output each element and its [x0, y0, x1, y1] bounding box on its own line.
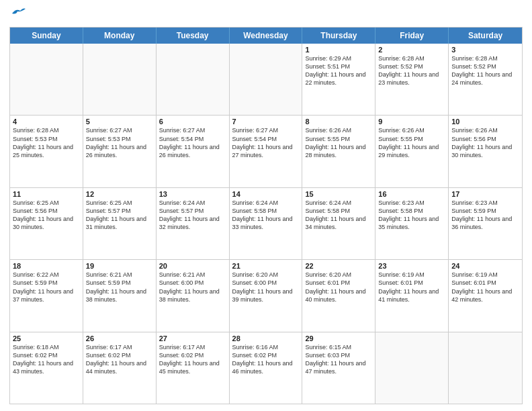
cal-cell: [10, 44, 83, 115]
week-row-4: 25Sunrise: 6:18 AM Sunset: 6:02 PM Dayli…: [10, 332, 522, 404]
day-number: 1: [305, 46, 372, 54]
sun-info: Sunrise: 6:19 AM Sunset: 6:01 PM Dayligh…: [451, 271, 519, 304]
cal-cell: [449, 332, 522, 404]
cal-cell: 12Sunrise: 6:25 AM Sunset: 5:57 PM Dayli…: [83, 188, 157, 259]
day-number: 7: [232, 118, 300, 126]
calendar-header: SundayMondayTuesdayWednesdayThursdayFrid…: [10, 28, 522, 44]
sun-info: Sunrise: 6:25 AM Sunset: 5:57 PM Dayligh…: [86, 199, 153, 232]
cal-cell: 16Sunrise: 6:23 AM Sunset: 5:58 PM Dayli…: [375, 188, 449, 259]
sun-info: Sunrise: 6:22 AM Sunset: 5:59 PM Dayligh…: [13, 271, 80, 304]
cal-cell: [157, 44, 230, 115]
week-row-0: 1Sunrise: 6:29 AM Sunset: 5:51 PM Daylig…: [10, 44, 522, 115]
header-saturday: Saturday: [449, 28, 522, 44]
day-number: 2: [378, 46, 445, 54]
day-number: 29: [305, 334, 372, 342]
cal-cell: 17Sunrise: 6:23 AM Sunset: 5:59 PM Dayli…: [449, 188, 522, 259]
sun-info: Sunrise: 6:27 AM Sunset: 5:54 PM Dayligh…: [232, 126, 300, 159]
sun-info: Sunrise: 6:28 AM Sunset: 5:52 PM Dayligh…: [451, 54, 519, 87]
day-number: 27: [159, 334, 226, 342]
cal-cell: [375, 332, 449, 404]
calendar-body: 1Sunrise: 6:29 AM Sunset: 5:51 PM Daylig…: [10, 44, 522, 404]
cal-cell: 19Sunrise: 6:21 AM Sunset: 5:59 PM Dayli…: [83, 260, 157, 331]
day-number: 3: [451, 46, 519, 54]
header-friday: Friday: [375, 28, 449, 44]
cal-cell: 3Sunrise: 6:28 AM Sunset: 5:52 PM Daylig…: [449, 44, 522, 115]
cal-cell: 26Sunrise: 6:17 AM Sunset: 6:02 PM Dayli…: [83, 332, 157, 404]
sun-info: Sunrise: 6:26 AM Sunset: 5:55 PM Dayligh…: [305, 126, 372, 159]
cal-cell: 7Sunrise: 6:27 AM Sunset: 5:54 PM Daylig…: [230, 116, 303, 187]
page: SundayMondayTuesdayWednesdayThursdayFrid…: [0, 0, 532, 411]
day-number: 20: [159, 262, 226, 270]
sun-info: Sunrise: 6:17 AM Sunset: 6:02 PM Dayligh…: [86, 343, 153, 376]
sun-info: Sunrise: 6:20 AM Sunset: 6:00 PM Dayligh…: [232, 271, 300, 304]
cal-cell: 14Sunrise: 6:24 AM Sunset: 5:58 PM Dayli…: [230, 188, 303, 259]
day-number: 21: [232, 262, 300, 270]
cal-cell: 28Sunrise: 6:16 AM Sunset: 6:02 PM Dayli…: [230, 332, 303, 404]
day-number: 11: [13, 190, 80, 198]
header-wednesday: Wednesday: [230, 28, 303, 44]
sun-info: Sunrise: 6:27 AM Sunset: 5:53 PM Dayligh…: [86, 126, 153, 159]
sun-info: Sunrise: 6:26 AM Sunset: 5:55 PM Dayligh…: [378, 126, 445, 159]
cal-cell: 9Sunrise: 6:26 AM Sunset: 5:55 PM Daylig…: [375, 116, 449, 187]
sun-info: Sunrise: 6:21 AM Sunset: 5:59 PM Dayligh…: [86, 271, 153, 304]
sun-info: Sunrise: 6:19 AM Sunset: 6:01 PM Dayligh…: [378, 271, 445, 304]
sun-info: Sunrise: 6:21 AM Sunset: 6:00 PM Dayligh…: [159, 271, 226, 304]
day-number: 26: [86, 334, 153, 342]
cal-cell: 29Sunrise: 6:15 AM Sunset: 6:03 PM Dayli…: [302, 332, 375, 404]
day-number: 4: [13, 118, 80, 126]
sun-info: Sunrise: 6:28 AM Sunset: 5:53 PM Dayligh…: [13, 126, 80, 159]
day-number: 19: [86, 262, 153, 270]
sun-info: Sunrise: 6:23 AM Sunset: 5:58 PM Dayligh…: [378, 199, 445, 232]
cal-cell: 2Sunrise: 6:28 AM Sunset: 5:52 PM Daylig…: [375, 44, 449, 115]
cal-cell: [230, 44, 303, 115]
cal-cell: 23Sunrise: 6:19 AM Sunset: 6:01 PM Dayli…: [375, 260, 449, 331]
day-number: 13: [159, 190, 226, 198]
logo-bird-icon: [11, 7, 26, 19]
cal-cell: 5Sunrise: 6:27 AM Sunset: 5:53 PM Daylig…: [83, 116, 157, 187]
sun-info: Sunrise: 6:27 AM Sunset: 5:54 PM Dayligh…: [159, 126, 226, 159]
day-number: 14: [232, 190, 300, 198]
cal-cell: 18Sunrise: 6:22 AM Sunset: 5:59 PM Dayli…: [10, 260, 83, 331]
cal-cell: [83, 44, 157, 115]
week-row-3: 18Sunrise: 6:22 AM Sunset: 5:59 PM Dayli…: [10, 259, 522, 331]
header: [9, 7, 523, 23]
cal-cell: 20Sunrise: 6:21 AM Sunset: 6:00 PM Dayli…: [157, 260, 230, 331]
day-number: 22: [305, 262, 372, 270]
day-number: 9: [378, 118, 445, 126]
cal-cell: 22Sunrise: 6:20 AM Sunset: 6:01 PM Dayli…: [302, 260, 375, 331]
day-number: 15: [305, 190, 372, 198]
cal-cell: 25Sunrise: 6:18 AM Sunset: 6:02 PM Dayli…: [10, 332, 83, 404]
cal-cell: 6Sunrise: 6:27 AM Sunset: 5:54 PM Daylig…: [157, 116, 230, 187]
day-number: 17: [451, 190, 519, 198]
day-number: 28: [232, 334, 300, 342]
day-number: 18: [13, 262, 80, 270]
header-tuesday: Tuesday: [157, 28, 230, 44]
calendar: SundayMondayTuesdayWednesdayThursdayFrid…: [9, 27, 523, 404]
sun-info: Sunrise: 6:24 AM Sunset: 5:57 PM Dayligh…: [159, 199, 226, 232]
sun-info: Sunrise: 6:29 AM Sunset: 5:51 PM Dayligh…: [305, 54, 372, 87]
day-number: 24: [451, 262, 519, 270]
day-number: 5: [86, 118, 153, 126]
sun-info: Sunrise: 6:15 AM Sunset: 6:03 PM Dayligh…: [305, 343, 372, 376]
sun-info: Sunrise: 6:24 AM Sunset: 5:58 PM Dayligh…: [305, 199, 372, 232]
header-thursday: Thursday: [302, 28, 375, 44]
cal-cell: 21Sunrise: 6:20 AM Sunset: 6:00 PM Dayli…: [230, 260, 303, 331]
cal-cell: 11Sunrise: 6:25 AM Sunset: 5:56 PM Dayli…: [10, 188, 83, 259]
logo: [9, 7, 26, 23]
cal-cell: 10Sunrise: 6:26 AM Sunset: 5:56 PM Dayli…: [449, 116, 522, 187]
sun-info: Sunrise: 6:17 AM Sunset: 6:02 PM Dayligh…: [159, 343, 226, 376]
day-number: 6: [159, 118, 226, 126]
cal-cell: 24Sunrise: 6:19 AM Sunset: 6:01 PM Dayli…: [449, 260, 522, 331]
header-sunday: Sunday: [10, 28, 83, 44]
day-number: 10: [451, 118, 519, 126]
sun-info: Sunrise: 6:18 AM Sunset: 6:02 PM Dayligh…: [13, 343, 80, 376]
day-number: 8: [305, 118, 372, 126]
header-monday: Monday: [83, 28, 157, 44]
sun-info: Sunrise: 6:24 AM Sunset: 5:58 PM Dayligh…: [232, 199, 300, 232]
cal-cell: 15Sunrise: 6:24 AM Sunset: 5:58 PM Dayli…: [302, 188, 375, 259]
day-number: 16: [378, 190, 445, 198]
sun-info: Sunrise: 6:25 AM Sunset: 5:56 PM Dayligh…: [13, 199, 80, 232]
day-number: 23: [378, 262, 445, 270]
sun-info: Sunrise: 6:28 AM Sunset: 5:52 PM Dayligh…: [378, 54, 445, 87]
cal-cell: 4Sunrise: 6:28 AM Sunset: 5:53 PM Daylig…: [10, 116, 83, 187]
